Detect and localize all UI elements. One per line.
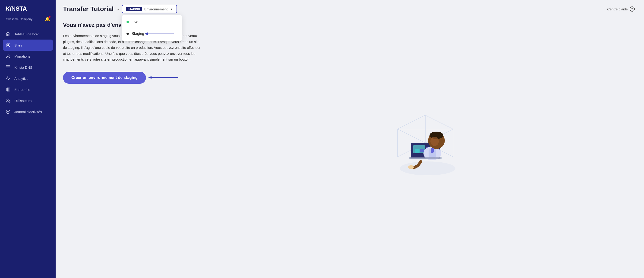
svg-point-15 <box>400 161 456 175</box>
topbar: Transfer Tutorial ⌄ STAGING Environnemen… <box>56 0 644 17</box>
svg-rect-2 <box>6 88 10 91</box>
env-menu-divider <box>122 28 182 28</box>
analytics-icon <box>6 76 11 81</box>
env-menu: Live Staging <box>122 15 182 41</box>
company-row: Awesome Company 🔔 <box>0 16 56 27</box>
env-chevron-up-icon: ▲ <box>170 7 173 11</box>
users-icon <box>6 98 11 103</box>
sidebar-item-tableau[interactable]: Tableau de bord <box>0 28 56 39</box>
sidebar: KiNSTA Awesome Company 🔔 Tableau de bord <box>0 0 56 278</box>
logo-area: KiNSTA <box>0 0 56 16</box>
journal-icon <box>6 109 11 114</box>
sidebar-item-sites[interactable]: Sites <box>3 39 53 51</box>
sidebar-label-utilisateurs: Utilisateurs <box>14 99 32 103</box>
env-dropdown: STAGING Environnement ▲ Live Staging <box>122 5 177 13</box>
main-area: Transfer Tutorial ⌄ STAGING Environnemen… <box>56 0 644 278</box>
staging-arrow-icon <box>147 33 174 34</box>
dns-icon <box>6 65 11 70</box>
env-badge: STAGING <box>126 7 142 11</box>
notification-bell[interactable]: 🔔 <box>45 16 50 21</box>
env-menu-staging-label: Staging <box>132 32 144 36</box>
svg-point-24 <box>430 137 439 146</box>
staging-illustration <box>379 111 467 180</box>
content-area: Vous n'avez pas d'environnement de stagi… <box>56 17 644 278</box>
sidebar-label-journal: Journal d'activités <box>14 110 42 114</box>
sidebar-label-analytics: Analytics <box>14 77 28 81</box>
sidebar-nav: Tableau de bord Sites Migrations <box>0 27 56 278</box>
sidebar-item-kinsta-dns[interactable]: Kinsta DNS <box>0 62 56 73</box>
svg-rect-28 <box>410 157 440 159</box>
svg-rect-26 <box>431 148 434 153</box>
topbar-right: Centre d'aide ? <box>607 6 635 11</box>
env-menu-item-live[interactable]: Live <box>122 17 182 27</box>
sidebar-label-tableau: Tableau de bord <box>14 32 40 36</box>
svg-point-7 <box>7 99 8 101</box>
svg-point-27 <box>408 165 414 169</box>
sidebar-label-entreprise: Entreprise <box>14 88 30 92</box>
svg-point-10 <box>6 110 10 114</box>
env-menu-item-staging[interactable]: Staging <box>122 28 182 39</box>
sites-icon <box>6 43 11 48</box>
entreprise-icon <box>6 87 11 92</box>
svg-point-11 <box>8 111 9 112</box>
svg-rect-30 <box>420 149 424 152</box>
sidebar-label-dns: Kinsta DNS <box>14 65 32 69</box>
notification-dot <box>49 16 50 18</box>
sidebar-item-analytics[interactable]: Analytics <box>0 73 56 84</box>
page-title: Transfer Tutorial <box>63 5 114 13</box>
env-dropdown-button[interactable]: STAGING Environnement ▲ <box>122 5 177 13</box>
company-name: Awesome Company <box>6 17 32 21</box>
help-label: Centre d'aide <box>607 7 628 11</box>
sidebar-label-sites: Sites <box>14 43 22 47</box>
env-label: Environnement <box>144 7 168 11</box>
content-right <box>211 22 635 269</box>
help-icon[interactable]: ? <box>630 6 635 11</box>
cta-row: Créer un environnement de staging <box>63 72 202 84</box>
sidebar-item-entreprise[interactable]: Entreprise <box>0 84 56 95</box>
staging-dot-icon <box>126 33 129 35</box>
migrations-icon <box>6 54 11 59</box>
content-left: Vous n'avez pas d'environnement de stagi… <box>63 22 202 269</box>
kinsta-logo: KiNSTA <box>6 5 27 12</box>
sidebar-label-migrations: Migrations <box>14 54 30 58</box>
env-menu-live-label: Live <box>132 20 138 24</box>
home-icon <box>6 31 11 36</box>
svg-rect-29 <box>415 149 420 153</box>
svg-point-1 <box>8 44 9 46</box>
create-staging-button[interactable]: Créer un environnement de staging <box>63 72 146 84</box>
sidebar-item-journal[interactable]: Journal d'activités <box>0 106 56 117</box>
title-chevron-icon[interactable]: ⌄ <box>116 6 120 11</box>
sidebar-item-migrations[interactable]: Migrations <box>0 51 56 62</box>
cta-arrow-icon <box>150 77 178 78</box>
live-dot-icon <box>126 21 129 23</box>
sidebar-item-utilisateurs[interactable]: Utilisateurs <box>0 95 56 106</box>
topbar-left: Transfer Tutorial ⌄ STAGING Environnemen… <box>63 5 177 13</box>
